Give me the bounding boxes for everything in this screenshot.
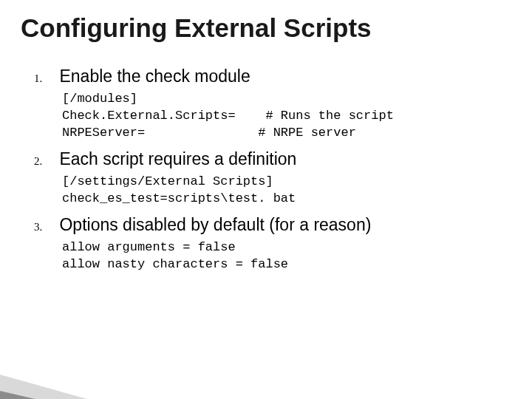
- slide: Configuring External Scripts 1. Enable t…: [0, 0, 532, 399]
- item-number: 1.: [34, 72, 56, 85]
- list-item: 2. Each script requires a definition [/s…: [34, 149, 507, 208]
- item-heading: Each script requires a definition: [59, 149, 296, 168]
- item-number: 2.: [34, 155, 56, 168]
- item-heading: Options disabled by default (for a reaso…: [59, 215, 371, 234]
- item-number: 3.: [34, 221, 56, 233]
- decorative-wedge-icon: [0, 310, 192, 399]
- slide-title: Configuring External Scripts: [21, 13, 372, 43]
- code-block: allow arguments = false allow nasty char…: [62, 239, 507, 273]
- code-block: [/settings/External Scripts] check_es_te…: [62, 174, 507, 208]
- code-block: [/modules] Check.External.Scripts= # Run…: [62, 91, 507, 142]
- list-item: 3. Options disabled by default (for a re…: [34, 215, 507, 273]
- content-list: 1. Enable the check module [/modules] Ch…: [34, 66, 507, 281]
- list-item: 1. Enable the check module [/modules] Ch…: [34, 66, 507, 142]
- svg-marker-0: [0, 362, 192, 399]
- item-heading: Enable the check module: [59, 66, 250, 86]
